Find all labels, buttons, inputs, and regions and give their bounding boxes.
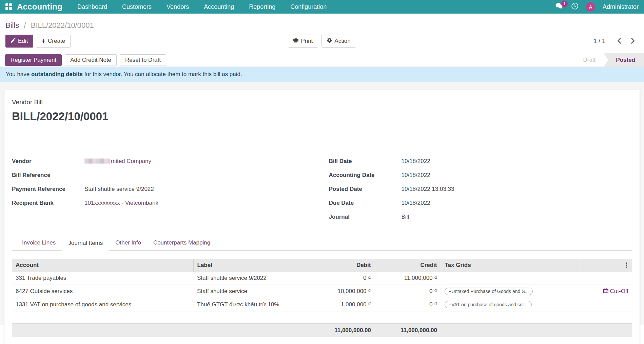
due-date-value[interactable]: 10/18/2022 [397, 196, 632, 210]
column-label[interactable]: Label [193, 259, 314, 272]
cell-credit[interactable]: 0 ₫ [375, 298, 441, 311]
create-button[interactable]: + Create [36, 35, 71, 48]
breadcrumb: Bills / BILL/2022/10/0001 [0, 14, 644, 33]
status-draft[interactable]: Draft [575, 53, 604, 67]
cell-label[interactable]: Staff shuttle service 9/2022 [193, 272, 314, 285]
apps-grid-icon[interactable] [5, 3, 12, 10]
table-row[interactable]: 6427 Outside services Staff shuttle serv… [12, 285, 632, 298]
document-type-label: Vendor Bill [12, 98, 632, 106]
edit-button[interactable]: Edit [5, 35, 33, 48]
printer-icon [293, 38, 298, 44]
action-button[interactable]: Action [321, 35, 356, 48]
cutoff-button[interactable]: Cut-Off [603, 288, 628, 295]
optional-columns-icon[interactable] [625, 261, 629, 269]
cell-credit[interactable]: 11,000,000 ₫ [375, 272, 441, 285]
add-credit-note-button[interactable]: Add Credit Note [65, 54, 117, 66]
cell-actions: Cut-Off [580, 285, 632, 298]
total-credit: 11,000,000.00 [375, 323, 441, 337]
journal-items-table: Account Label Debit Credit Tax Grids 331… [12, 259, 632, 337]
page: Accounting Dashboard Customers Vendors A… [0, 0, 644, 344]
control-panel: Edit + Create Print Action 1 / 1 [0, 33, 644, 51]
bill-date-value[interactable]: 10/18/2022 [397, 154, 632, 168]
posted-date-label: Posted Date [329, 182, 397, 196]
bill-reference-value[interactable] [80, 168, 315, 182]
recipient-bank-value[interactable]: 101xxxxxxxxx - Vietcombank [80, 196, 315, 210]
menu-reporting[interactable]: Reporting [249, 3, 275, 11]
tax-grid-tag[interactable]: +VAT on purchase of goods and ser... [445, 301, 532, 308]
cell-debit[interactable]: 10,000,000 ₫ [314, 285, 375, 298]
cell-account[interactable]: 6427 Outside services [12, 285, 193, 298]
cell-actions [580, 298, 632, 311]
cutoff-label: Cut-Off [610, 288, 628, 295]
accounting-date-value[interactable]: 10/18/2022 [397, 168, 632, 182]
field-bill-date: Bill Date 10/18/2022 [329, 154, 632, 168]
app-name[interactable]: Accounting [17, 2, 62, 12]
chevron-left-icon [617, 40, 621, 45]
journal-value[interactable]: Bill [397, 210, 632, 224]
field-journal: Journal Bill [329, 210, 632, 224]
tab-counterparts-mapping[interactable]: Counterparts Mapping [147, 236, 216, 251]
menu-accounting[interactable]: Accounting [204, 3, 234, 11]
column-account[interactable]: Account [12, 259, 193, 272]
avatar[interactable]: A [586, 2, 595, 12]
field-group-left: Vendor mited Company Bill Reference Paym… [12, 154, 315, 224]
cell-debit[interactable]: 0 ₫ [314, 272, 375, 285]
top-navbar: Accounting Dashboard Customers Vendors A… [0, 0, 644, 14]
cell-tax-grids [441, 272, 580, 285]
menu-vendors[interactable]: Vendors [167, 3, 189, 11]
column-credit[interactable]: Credit [375, 259, 441, 272]
breadcrumb-separator: / [24, 21, 26, 30]
payment-reference-value[interactable]: Staff shuttle service 9/2022 [80, 182, 315, 196]
register-payment-button[interactable]: Register Payment [5, 54, 62, 66]
journal-label: Journal [329, 210, 397, 224]
calendar-icon [603, 288, 608, 295]
messages-button[interactable]: 1 [555, 3, 564, 11]
posted-date-value: 10/18/2022 13:03:33 [397, 182, 632, 196]
cell-debit[interactable]: 1,000,000 ₫ [314, 298, 375, 311]
menu-dashboard[interactable]: Dashboard [77, 3, 107, 11]
pager-next-button[interactable] [627, 36, 639, 46]
action-button-label: Action [334, 38, 350, 44]
cell-tax-grids: +Untaxed Purchase of Goods and S... [441, 285, 580, 298]
cell-label[interactable]: Thuế GTGT được khấu trừ 10% [193, 298, 314, 311]
vendor-value[interactable]: mited Company [80, 154, 315, 168]
pager-previous-button[interactable] [613, 36, 625, 46]
activity-clock-icon[interactable] [571, 2, 579, 11]
navbar-systray: 1 A Administrator [555, 2, 639, 12]
accounting-date-label: Accounting Date [329, 168, 397, 182]
cell-account[interactable]: 1331 VAT on purchase of goods and servic… [12, 298, 193, 311]
vendor-redacted-block [84, 159, 110, 164]
breadcrumb-bills-link[interactable]: Bills [5, 21, 19, 30]
column-tax-grids[interactable]: Tax Grids [441, 259, 580, 272]
print-button[interactable]: Print [288, 35, 318, 48]
table-row[interactable]: 331 Trade payables Staff shuttle service… [12, 272, 632, 285]
cell-account[interactable]: 331 Trade payables [12, 272, 193, 285]
cell-credit[interactable]: 0 ₫ [375, 285, 441, 298]
tab-other-info[interactable]: Other Info [109, 236, 147, 251]
column-debit[interactable]: Debit [314, 259, 375, 272]
reset-to-draft-button[interactable]: Reset to Draft [120, 54, 166, 66]
gear-icon [327, 38, 332, 44]
main-menu: Dashboard Customers Vendors Accounting R… [77, 3, 327, 11]
status-widget: Draft Posted [575, 53, 644, 67]
field-payment-reference: Payment Reference Staff shuttle service … [12, 182, 315, 196]
status-posted[interactable]: Posted [604, 53, 644, 67]
banner-text: You have outstanding debits for this ven… [6, 71, 242, 78]
field-bill-reference: Bill Reference [12, 168, 315, 182]
edit-button-label: Edit [18, 38, 28, 44]
tab-invoice-lines[interactable]: Invoice Lines [16, 236, 62, 251]
cell-actions [580, 272, 632, 285]
user-menu[interactable]: Administrator [603, 3, 639, 11]
menu-configuration[interactable]: Configuration [290, 3, 327, 11]
outstanding-debits-banner: You have outstanding debits for this ven… [0, 67, 644, 82]
tab-journal-items[interactable]: Journal Items [62, 236, 109, 251]
cell-label[interactable]: Staff shuttle service [193, 285, 314, 298]
pencil-icon [11, 38, 16, 44]
menu-customers[interactable]: Customers [122, 3, 152, 11]
table-row[interactable]: 1331 VAT on purchase of goods and servic… [12, 298, 632, 311]
breadcrumb-current: BILL/2022/10/0001 [31, 21, 94, 30]
tax-grid-tag[interactable]: +Untaxed Purchase of Goods and S... [445, 288, 533, 295]
print-button-label: Print [301, 38, 313, 44]
avatar-initial: A [589, 4, 592, 10]
content-area: Vendor Bill BILL/2022/10/0001 Vendor mit… [0, 82, 644, 325]
